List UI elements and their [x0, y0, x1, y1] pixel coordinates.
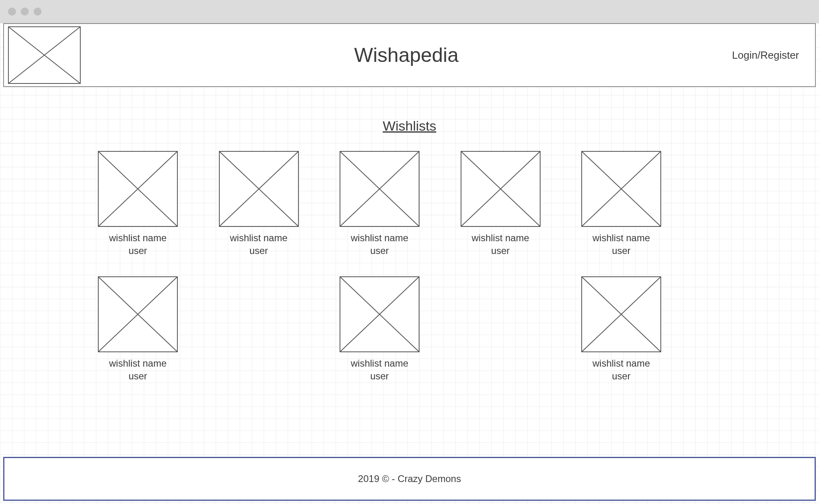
wishlist-card[interactable]: wishlist nameuser	[569, 276, 673, 382]
wishlist-user: user	[370, 245, 389, 256]
site-header: Wishapedia Login/Register	[3, 23, 816, 87]
wishlist-card[interactable]: wishlist nameuser	[328, 151, 431, 256]
workspace: Wishapedia Login/Register Wishlists wish…	[0, 23, 819, 504]
wishlist-name: wishlist name	[109, 358, 167, 369]
wishlist-thumbnail-placeholder-icon	[98, 276, 178, 352]
wishlist-thumbnail-placeholder-icon	[581, 276, 661, 352]
wishlist-user: user	[129, 371, 147, 382]
wishlist-user: user	[129, 245, 147, 256]
wishlist-name: wishlist name	[351, 358, 408, 369]
wishlist-user: user	[249, 245, 268, 256]
wishlist-card[interactable]: wishlist nameuser	[449, 151, 553, 256]
wishlist-grid: wishlist nameuserwishlist nameuserwishli…	[86, 151, 673, 402]
logo-placeholder-icon	[8, 26, 81, 84]
wishlist-card[interactable]: wishlist nameuser	[207, 151, 311, 256]
login-register-link[interactable]: Login/Register	[732, 49, 815, 62]
wishlist-card[interactable]: wishlist nameuser	[328, 276, 431, 382]
wishlist-user: user	[612, 371, 631, 382]
wishlist-name: wishlist name	[471, 232, 529, 244]
wishlist-thumbnail-placeholder-icon	[461, 151, 541, 227]
window-dot	[34, 8, 42, 16]
wishlist-user: user	[491, 245, 510, 256]
wishlist-user: user	[370, 371, 389, 382]
wishlist-name: wishlist name	[109, 232, 167, 244]
wishlist-card[interactable]: wishlist nameuser	[86, 276, 190, 382]
wishlist-user: user	[612, 245, 631, 256]
section-title-wishlists: Wishlists	[0, 118, 819, 134]
wishlist-name: wishlist name	[592, 358, 650, 369]
wishlist-thumbnail-placeholder-icon	[219, 151, 299, 227]
site-title: Wishapedia	[81, 44, 732, 67]
wishlist-thumbnail-placeholder-icon	[98, 151, 178, 227]
wishlist-card[interactable]: wishlist nameuser	[86, 151, 190, 256]
footer-text: 2019 © - Crazy Demons	[358, 473, 461, 484]
site-footer: 2019 © - Crazy Demons	[3, 457, 816, 501]
wishlist-name: wishlist name	[351, 232, 408, 244]
wishlist-card[interactable]: wishlist nameuser	[569, 151, 673, 256]
window-dot	[21, 8, 29, 16]
window-titlebar	[0, 0, 819, 23]
wishlist-thumbnail-placeholder-icon	[340, 151, 419, 227]
window-dot	[8, 8, 16, 16]
wishlist-name: wishlist name	[230, 232, 287, 244]
wishlist-thumbnail-placeholder-icon	[581, 151, 661, 227]
wishlist-name: wishlist name	[592, 232, 650, 244]
wishlist-thumbnail-placeholder-icon	[340, 276, 419, 352]
